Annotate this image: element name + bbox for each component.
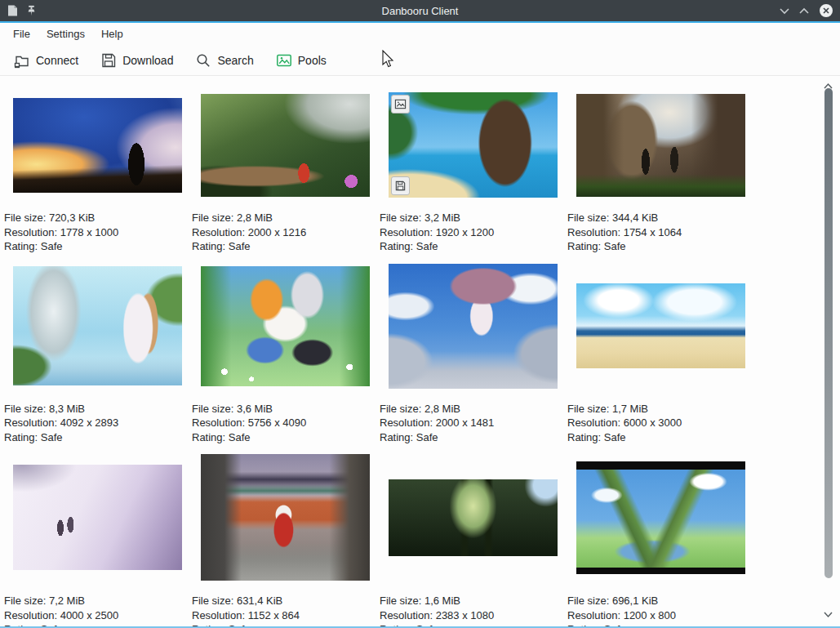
post-item: File size: 631,4 KiB Resolution: 1152 x … <box>191 454 379 626</box>
file-size-label: File size: 2,8 MiB <box>192 211 379 225</box>
search-icon <box>194 51 212 69</box>
chevron-down-icon <box>823 611 833 618</box>
scroll-down-button[interactable] <box>823 607 833 621</box>
save-icon <box>394 180 407 192</box>
post-item: File size: 696,1 KiB Resolution: 1200 x … <box>567 454 754 626</box>
file-size-label: File size: 3,2 MiB <box>380 211 567 225</box>
file-size-label: File size: 631,4 KiB <box>192 594 379 608</box>
pin-icon[interactable] <box>25 4 38 17</box>
file-size-label: File size: 3,6 MiB <box>192 402 379 416</box>
picture-icon <box>394 98 407 110</box>
post-thumbnail[interactable] <box>13 266 182 385</box>
resolution-label: Resolution: 1920 x 1200 <box>380 225 567 240</box>
search-label: Search <box>217 54 253 67</box>
post-thumbnail[interactable] <box>576 461 745 574</box>
resolution-label: Resolution: 2383 x 1080 <box>380 608 567 623</box>
post-item: File size: 1,7 MiB Resolution: 6000 x 30… <box>567 264 754 445</box>
resolution-label: Resolution: 1778 x 1000 <box>4 225 191 240</box>
download-label: Download <box>122 54 173 67</box>
resolution-label: Resolution: 1754 x 1064 <box>567 225 754 240</box>
network-connect-icon <box>13 51 31 69</box>
post-item: File size: 720,3 KiB Resolution: 1778 x … <box>3 92 191 254</box>
maximize-button[interactable] <box>799 7 809 15</box>
window-title: Danbooru Client <box>0 5 840 17</box>
post-item: File size: 2,8 MiB Resolution: 2000 x 12… <box>191 92 379 254</box>
file-size-label: File size: 2,8 MiB <box>380 402 567 416</box>
post-item: File size: 2,8 MiB Resolution: 2000 x 14… <box>379 264 567 445</box>
file-size-label: File size: 344,4 KiB <box>567 211 754 225</box>
menu-settings[interactable]: Settings <box>38 24 93 43</box>
rating-label: Rating: Safe <box>4 430 191 445</box>
post-thumbnail[interactable] <box>389 479 558 556</box>
post-thumbnail[interactable] <box>13 98 182 193</box>
titlebar[interactable]: Danbooru Client <box>0 0 840 21</box>
close-button[interactable] <box>819 3 833 18</box>
pools-button[interactable]: Pools <box>275 51 327 69</box>
rating-label: Rating: Safe <box>380 239 567 254</box>
save-image-button[interactable] <box>391 176 410 195</box>
menu-file[interactable]: File <box>5 24 38 43</box>
rating-label: Rating: Safe <box>380 430 567 445</box>
menubar: File Settings Help <box>0 23 840 45</box>
resolution-label: Resolution: 2000 x 1481 <box>380 416 567 430</box>
post-thumbnail[interactable] <box>201 94 370 197</box>
post-item: File size: 3,2 MiB Resolution: 1920 x 12… <box>379 92 567 254</box>
rating-label: Rating: Safe <box>567 430 754 445</box>
menu-help[interactable]: Help <box>93 24 131 43</box>
post-item: File size: 7,2 MiB Resolution: 4000 x 25… <box>3 454 191 626</box>
post-thumbnail[interactable] <box>389 264 558 389</box>
file-size-label: File size: 720,3 KiB <box>4 211 191 225</box>
post-thumbnail[interactable] <box>576 283 745 368</box>
resolution-label: Resolution: 2000 x 1216 <box>192 225 379 240</box>
post-item: File size: 8,3 MiB Resolution: 4092 x 28… <box>3 264 191 445</box>
file-size-label: File size: 7,2 MiB <box>4 594 191 608</box>
connect-button[interactable]: Connect <box>13 51 78 69</box>
post-item: File size: 3,6 MiB Resolution: 5756 x 40… <box>191 264 379 445</box>
post-thumbnail[interactable] <box>576 94 745 197</box>
mouse-cursor <box>382 50 395 68</box>
resolution-label: Resolution: 5756 x 4090 <box>192 416 379 430</box>
search-button[interactable]: Search <box>194 51 253 69</box>
close-icon <box>819 3 833 18</box>
file-size-label: File size: 1,6 MiB <box>380 594 567 608</box>
resolution-label: Resolution: 1152 x 864 <box>192 608 379 623</box>
file-size-label: File size: 696,1 KiB <box>567 594 754 608</box>
rating-label: Rating: Safe <box>4 239 191 254</box>
connect-label: Connect <box>36 54 78 67</box>
file-size-label: File size: 1,7 MiB <box>567 402 754 416</box>
rating-label: Rating: Safe <box>192 239 379 254</box>
post-item: File size: 1,6 MiB Resolution: 2383 x 10… <box>379 454 567 626</box>
post-item: File size: 344,4 KiB Resolution: 1754 x … <box>567 92 754 254</box>
chevron-up-icon <box>799 7 809 15</box>
minimize-button[interactable] <box>780 7 789 15</box>
save-download-icon <box>100 51 118 69</box>
pools-label: Pools <box>298 54 327 67</box>
resolution-label: Resolution: 4092 x 2893 <box>4 416 191 430</box>
file-size-label: File size: 8,3 MiB <box>4 402 191 416</box>
scrollbar-handle[interactable] <box>824 88 833 578</box>
posts-view: File size: 720,3 KiB Resolution: 1778 x … <box>0 76 840 626</box>
app-window: Danbooru Client File Settings <box>0 0 840 628</box>
post-thumbnail[interactable] <box>201 266 370 386</box>
rating-label: Rating: Safe <box>192 430 379 445</box>
post-thumbnail[interactable] <box>201 454 370 581</box>
resolution-label: Resolution: 1200 x 800 <box>567 608 754 623</box>
rating-label: Rating: Safe <box>567 239 754 254</box>
post-thumbnail[interactable] <box>13 465 182 570</box>
vertical-scrollbar[interactable] <box>822 76 835 626</box>
chevron-down-icon <box>780 7 789 15</box>
post-thumbnail[interactable] <box>389 92 558 198</box>
pools-image-icon <box>275 51 293 69</box>
toolbar: Connect Download Search Pools <box>0 45 840 76</box>
resolution-label: Resolution: 6000 x 3000 <box>567 416 754 430</box>
download-button[interactable]: Download <box>100 51 173 69</box>
posts-grid: File size: 720,3 KiB Resolution: 1778 x … <box>3 92 754 626</box>
view-image-button[interactable] <box>391 95 410 114</box>
app-icon <box>7 4 19 17</box>
resolution-label: Resolution: 4000 x 2500 <box>4 608 191 623</box>
